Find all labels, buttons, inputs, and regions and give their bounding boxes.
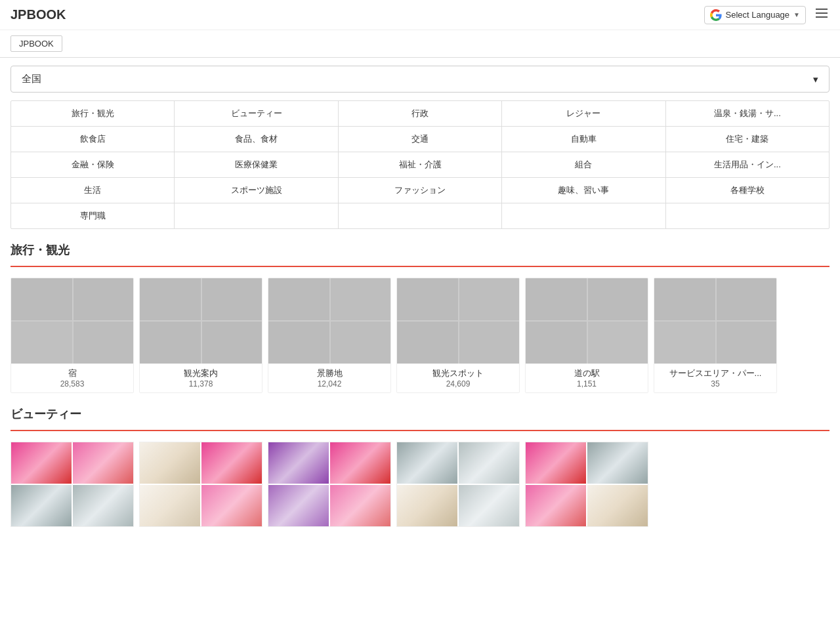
cat-beauty[interactable]: ビューティー bbox=[175, 101, 338, 126]
thumb-bl bbox=[11, 322, 72, 364]
card-kanko-spot-count: 24,609 bbox=[402, 379, 514, 388]
card-keishochi-name: 景勝地 bbox=[274, 368, 385, 379]
cat-life[interactable]: 生活 bbox=[11, 178, 175, 203]
card-michinoeki-name: 道の駅 bbox=[531, 368, 642, 379]
card-keishochi-info: 景勝地 12,042 bbox=[268, 364, 390, 392]
thumb-br bbox=[331, 322, 391, 364]
thumb-tl bbox=[397, 278, 458, 320]
beauty-thumb-18 bbox=[587, 442, 648, 484]
cat-hobbies[interactable]: 趣味、習い事 bbox=[502, 178, 665, 203]
logo: JPBOOK bbox=[10, 7, 66, 22]
beauty-thumb-7 bbox=[140, 485, 200, 526]
card-kanko-spot-thumb bbox=[397, 278, 520, 364]
card-kanko-annai-info: 観光案内 11,378 bbox=[140, 364, 262, 392]
card-yado-count: 28,583 bbox=[16, 379, 128, 388]
language-label: Select Language bbox=[726, 10, 790, 20]
beauty-section-title: ビューティー bbox=[10, 406, 830, 422]
google-icon bbox=[710, 9, 722, 21]
beauty-section-divider bbox=[10, 430, 830, 431]
beauty-thumb-1 bbox=[11, 442, 72, 484]
travel-section-title: 旅行・観光 bbox=[10, 242, 830, 258]
cat-empty-4 bbox=[666, 203, 829, 228]
beauty-thumb-20 bbox=[587, 485, 648, 526]
cat-ingredients[interactable]: 食品、食材 bbox=[175, 127, 338, 152]
card-kanko-spot[interactable]: 観光スポット 24,609 bbox=[396, 278, 520, 393]
beauty-thumb-13 bbox=[397, 442, 457, 484]
thumb-bl bbox=[397, 322, 458, 364]
card-michinoeki-thumb bbox=[526, 278, 648, 364]
region-dropdown[interactable]: 全国 ▾ bbox=[10, 66, 830, 93]
card-service-area[interactable]: サービスエリア・パー... 35 bbox=[654, 278, 777, 393]
thumb-tr bbox=[717, 278, 777, 320]
card-yado-thumb bbox=[11, 278, 134, 364]
beauty-thumb-3 bbox=[11, 485, 72, 526]
beauty-thumb-14 bbox=[459, 442, 519, 484]
cat-sports[interactable]: スポーツ施設 bbox=[175, 178, 338, 203]
cat-food[interactable]: 飲食店 bbox=[11, 127, 175, 152]
beauty-thumb-8 bbox=[201, 485, 262, 526]
thumb-br bbox=[459, 322, 520, 364]
thumb-tr bbox=[459, 278, 520, 320]
cat-onsen[interactable]: 温泉・銭湯・サ... bbox=[666, 101, 829, 126]
beauty-thumb-11 bbox=[268, 485, 329, 526]
beauty-card-2[interactable] bbox=[139, 442, 262, 527]
thumb-tr bbox=[202, 278, 262, 320]
cat-daily[interactable]: 生活用品・イン... bbox=[666, 152, 829, 177]
card-michinoeki-info: 道の駅 1,151 bbox=[526, 364, 648, 392]
card-kanko-annai-thumb bbox=[140, 278, 262, 364]
cat-union[interactable]: 組合 bbox=[502, 152, 665, 177]
svg-rect-0 bbox=[816, 9, 828, 10]
card-yado[interactable]: 宿 28,583 bbox=[10, 278, 134, 393]
card-yado-info: 宿 28,583 bbox=[11, 364, 133, 392]
menu-icon[interactable] bbox=[814, 5, 830, 24]
cat-travel[interactable]: 旅行・観光 bbox=[11, 101, 175, 126]
beauty-thumb-5 bbox=[140, 442, 200, 484]
travel-section-divider bbox=[10, 266, 830, 267]
cat-medical[interactable]: 医療保健業 bbox=[175, 152, 338, 177]
header-right: Select Language ▼ bbox=[704, 5, 830, 24]
beauty-card-5[interactable] bbox=[525, 442, 648, 527]
cat-admin[interactable]: 行政 bbox=[339, 101, 502, 126]
cat-transport[interactable]: 交通 bbox=[339, 127, 502, 152]
beauty-card-3[interactable] bbox=[268, 442, 391, 527]
card-keishochi-thumb bbox=[268, 278, 391, 364]
cat-fashion[interactable]: ファッション bbox=[339, 178, 502, 203]
beauty-thumb-2 bbox=[73, 442, 133, 484]
cat-auto[interactable]: 自動車 bbox=[502, 127, 665, 152]
cat-leisure[interactable]: レジャー bbox=[502, 101, 665, 126]
category-row-2: 飲食店 食品、食材 交通 自動車 住宅・建築 bbox=[11, 127, 829, 152]
card-kanko-annai[interactable]: 観光案内 11,378 bbox=[139, 278, 262, 393]
beauty-thumb-17 bbox=[526, 442, 586, 484]
card-service-area-count: 35 bbox=[660, 379, 771, 388]
cat-finance[interactable]: 金融・保険 bbox=[11, 152, 175, 177]
beauty-thumb-4 bbox=[73, 485, 133, 526]
thumb-tl bbox=[11, 278, 72, 320]
nav-tab-jpbook[interactable]: JPBOOK bbox=[10, 35, 62, 52]
cat-empty-1 bbox=[175, 203, 338, 228]
cat-welfare[interactable]: 福祉・介護 bbox=[339, 152, 502, 177]
thumb-tr bbox=[588, 278, 648, 320]
region-selector: 全国 ▾ bbox=[10, 66, 830, 93]
thumb-tr bbox=[331, 278, 391, 320]
travel-card-grid: 宿 28,583 観光案内 11,378 bbox=[10, 278, 830, 393]
language-arrow: ▼ bbox=[793, 11, 800, 18]
category-row-1: 旅行・観光 ビューティー 行政 レジャー 温泉・銭湯・サ... bbox=[11, 101, 829, 127]
thumb-br bbox=[202, 322, 262, 364]
card-michinoeki[interactable]: 道の駅 1,151 bbox=[525, 278, 648, 393]
card-keishochi[interactable]: 景勝地 12,042 bbox=[268, 278, 391, 393]
thumb-tl bbox=[654, 278, 715, 320]
category-row-4: 生活 スポーツ施設 ファッション 趣味、習い事 各種学校 bbox=[11, 178, 829, 203]
cat-professional[interactable]: 専門職 bbox=[11, 203, 175, 228]
beauty-card-4[interactable] bbox=[396, 442, 520, 527]
beauty-section: ビューティー bbox=[10, 406, 830, 527]
header: JPBOOK Select Language ▼ bbox=[0, 0, 840, 30]
nav: JPBOOK bbox=[0, 30, 840, 58]
language-selector[interactable]: Select Language ▼ bbox=[704, 6, 807, 24]
thumb-bl bbox=[268, 322, 329, 364]
beauty-card-1[interactable] bbox=[10, 442, 134, 527]
beauty-thumb-16 bbox=[459, 485, 519, 526]
card-kanko-annai-name: 観光案内 bbox=[145, 368, 257, 379]
cat-school[interactable]: 各種学校 bbox=[666, 178, 829, 203]
cat-housing[interactable]: 住宅・建築 bbox=[666, 127, 829, 152]
svg-rect-1 bbox=[816, 12, 828, 14]
